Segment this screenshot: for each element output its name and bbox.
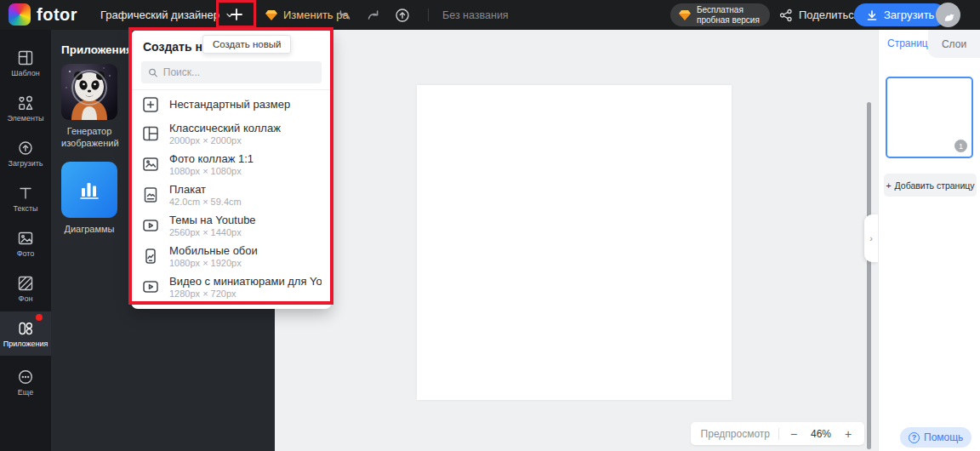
user-avatar[interactable] bbox=[936, 3, 960, 27]
photo-icon bbox=[17, 230, 34, 247]
menu-item-mobile-wallpaper[interactable]: Мобильные обои 1080px × 1920px bbox=[131, 241, 332, 271]
video-icon bbox=[141, 216, 160, 235]
download-label: Загрузить bbox=[884, 9, 934, 21]
menu-item-photo-collage[interactable]: Фото коллаж 1:1 1080px × 1080px bbox=[131, 149, 332, 180]
download-button[interactable]: Загрузить bbox=[854, 3, 946, 26]
fotor-logo-text: fotor bbox=[37, 5, 77, 25]
design-canvas[interactable] bbox=[417, 85, 732, 400]
search-icon bbox=[148, 67, 158, 78]
template-icon bbox=[17, 49, 34, 66]
cloud-upload-icon bbox=[394, 7, 411, 24]
menu-item-custom-size[interactable]: Нестандартный размер bbox=[131, 90, 332, 118]
menu-item-youtube-theme[interactable]: Темы на Youtube 2560px × 1440px bbox=[131, 210, 332, 241]
question-icon: ? bbox=[909, 432, 920, 443]
download-icon bbox=[866, 9, 878, 21]
zoombar-divider bbox=[778, 428, 779, 440]
share-icon bbox=[779, 9, 793, 22]
background-icon bbox=[17, 275, 34, 292]
undo-icon bbox=[337, 8, 352, 23]
notification-dot bbox=[36, 314, 43, 321]
menu-item-youtube-video[interactable]: Видео с миниатюрами для Youtube 1280px ×… bbox=[131, 271, 332, 302]
sidebar-item-text[interactable]: Тексты bbox=[0, 176, 51, 220]
create-new-button[interactable] bbox=[216, 0, 256, 28]
panda-astronaut-image bbox=[61, 64, 117, 120]
image-generator-thumbnail bbox=[61, 64, 117, 120]
redo-button[interactable] bbox=[362, 0, 385, 30]
panel-collapse-handle[interactable]: › bbox=[864, 214, 878, 262]
image-generator-label: Генератор изображений bbox=[61, 126, 117, 150]
help-label: Помощь bbox=[924, 431, 963, 443]
zoom-in-button[interactable]: + bbox=[842, 427, 854, 441]
share-button[interactable]: Поделиться bbox=[779, 0, 860, 30]
undo-button[interactable] bbox=[333, 0, 356, 30]
help-button[interactable]: ? Помощь bbox=[900, 427, 971, 448]
chevron-right-icon: › bbox=[869, 233, 873, 243]
fotor-app-window: fotor Графический дизайнер Изменить ра Б… bbox=[0, 0, 980, 451]
charts-app[interactable]: Диаграммы bbox=[61, 162, 117, 236]
sidebar-item-photos[interactable]: Фото bbox=[0, 221, 51, 265]
topbar-divider bbox=[428, 9, 429, 21]
sidebar-item-apps[interactable]: Приложения bbox=[0, 311, 51, 356]
apps-panel-title: Приложения bbox=[61, 43, 133, 56]
create-new-tooltip: Создать новый bbox=[202, 35, 291, 54]
more-icon bbox=[17, 368, 34, 385]
menu-item-classic-collage[interactable]: Классический коллаж 2000px × 2000px bbox=[131, 118, 332, 149]
sidebar-item-upload[interactable]: Загрузить bbox=[0, 131, 51, 175]
fotor-logo[interactable]: fotor bbox=[9, 3, 77, 26]
gem-icon bbox=[265, 9, 278, 21]
canvas-area: Предпросмотр − 46% + › bbox=[275, 30, 878, 451]
add-page-button[interactable]: + Добавить страницу bbox=[884, 174, 977, 197]
bar-chart-icon bbox=[76, 176, 103, 203]
text-icon bbox=[17, 185, 34, 202]
search-input[interactable] bbox=[163, 66, 315, 78]
vertical-scrollbar[interactable] bbox=[867, 102, 871, 449]
tool-switcher[interactable]: Графический дизайнер bbox=[100, 0, 235, 30]
free-trial-badge[interactable]: Бесплатная пробная версия bbox=[670, 3, 770, 26]
document-title[interactable]: Без названия bbox=[442, 0, 509, 30]
redo-icon bbox=[366, 8, 381, 23]
tool-switcher-label: Графический дизайнер bbox=[100, 9, 219, 21]
charts-tile bbox=[61, 162, 117, 218]
sidebar-item-background[interactable]: Фон bbox=[0, 266, 51, 311]
custom-size-icon bbox=[141, 95, 160, 114]
free-trial-label: Бесплатная пробная версия bbox=[697, 5, 760, 25]
collage-icon bbox=[141, 124, 160, 143]
video-icon bbox=[141, 277, 160, 296]
right-panel: Страницы Слои 1 + Добавить страницу ? По… bbox=[878, 30, 980, 451]
left-sidebar: Шаблон Элементы Загрузить Тексты Фото Фо… bbox=[0, 30, 51, 451]
fotor-logo-icon bbox=[9, 3, 31, 26]
create-size-list: Нестандартный размер Классический коллаж… bbox=[131, 90, 332, 302]
poster-icon bbox=[141, 186, 160, 204]
plus-icon: + bbox=[886, 180, 891, 191]
sidebar-item-templates[interactable]: Шаблон bbox=[0, 41, 51, 85]
zoom-toolbar: Предпросмотр − 46% + bbox=[691, 422, 864, 445]
image-generator-app[interactable]: Генератор изображений bbox=[61, 64, 117, 150]
charts-label: Диаграммы bbox=[61, 224, 117, 236]
phone-icon bbox=[141, 247, 160, 265]
apps-icon bbox=[17, 320, 34, 337]
zoom-level-value[interactable]: 46% bbox=[808, 428, 834, 440]
preview-button[interactable]: Предпросмотр bbox=[701, 428, 770, 440]
upload-icon bbox=[17, 140, 34, 157]
page-number-badge: 1 bbox=[954, 140, 967, 152]
plus-icon bbox=[228, 6, 245, 23]
elements-icon bbox=[17, 94, 34, 111]
page-thumbnail-1[interactable]: 1 bbox=[886, 77, 973, 158]
search-box[interactable] bbox=[141, 61, 322, 83]
gem-icon bbox=[678, 9, 692, 21]
create-new-menu: Создать новый Нестандартный размер Класс… bbox=[131, 30, 332, 309]
menu-item-poster[interactable]: Плакат 42.0cm × 59.4cm bbox=[131, 180, 332, 210]
add-page-label: Добавить страницу bbox=[895, 180, 975, 191]
sidebar-item-elements[interactable]: Элементы bbox=[0, 86, 51, 130]
topbar: fotor Графический дизайнер Изменить ра Б… bbox=[0, 0, 980, 30]
share-label: Поделиться bbox=[799, 9, 860, 21]
photo-collage-icon bbox=[141, 155, 160, 174]
zoom-out-button[interactable]: − bbox=[788, 427, 800, 441]
bird-avatar-icon bbox=[940, 7, 957, 24]
sidebar-item-more[interactable]: Еще bbox=[0, 360, 51, 404]
tab-layers[interactable]: Слои bbox=[928, 30, 980, 58]
cloud-save-button[interactable] bbox=[391, 0, 413, 30]
